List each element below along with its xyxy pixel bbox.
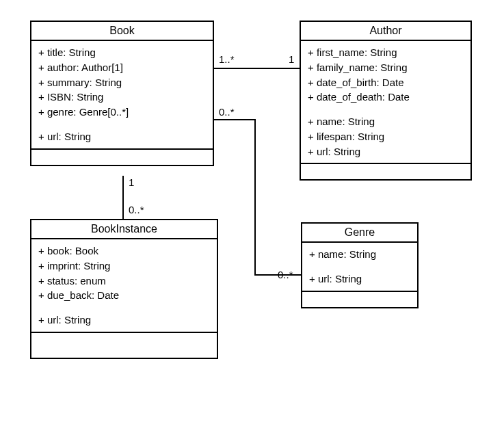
multiplicity-book-author-left: 1..* — [219, 53, 235, 65]
attr: + first_name: String — [308, 45, 464, 60]
attr: + status: enum — [38, 274, 210, 289]
uml-diagram: Book + title: String + author: Author[1]… — [0, 0, 504, 424]
class-bookinstance-attributes: + book: Book + imprint: String + status:… — [31, 239, 217, 333]
attr: + family_name: String — [308, 60, 464, 75]
multiplicity-book-bookinstance-bottom: 0..* — [129, 204, 144, 215]
class-book: Book + title: String + author: Author[1]… — [30, 21, 214, 166]
class-book-attributes: + title: String + author: Author[1] + su… — [31, 41, 213, 150]
attr: + date_of_birth: Date — [308, 75, 464, 90]
class-bookinstance-title: BookInstance — [31, 220, 217, 239]
attr: + date_of_death: Date — [308, 90, 464, 105]
attr: + url: String — [38, 129, 206, 144]
attr: + imprint: String — [38, 259, 210, 274]
multiplicity-book-bookinstance-top: 1 — [129, 176, 134, 188]
class-genre: Genre + name: String + url: String — [301, 222, 419, 308]
class-author: Author + first_name: String + family_nam… — [300, 21, 472, 181]
class-genre-attributes: + name: String + url: String — [302, 243, 417, 292]
multiplicity-book-author-right: 1 — [289, 53, 294, 65]
attr: + author: Author[1] — [38, 60, 206, 75]
multiplicity-book-genre-bottom: 0..* — [278, 269, 293, 280]
attr: + summary: String — [38, 75, 206, 90]
multiplicity-book-genre-top: 0..* — [219, 106, 235, 118]
attr: + ISBN: String — [38, 90, 206, 105]
attr: + url: String — [38, 313, 210, 328]
class-author-operations — [301, 164, 470, 179]
class-bookinstance: BookInstance + book: Book + imprint: Str… — [30, 219, 218, 359]
class-book-title: Book — [31, 22, 213, 41]
attr: + url: String — [308, 144, 464, 159]
attr: + name: String — [308, 114, 464, 129]
class-bookinstance-operations — [31, 333, 217, 358]
class-author-title: Author — [301, 22, 470, 41]
attr: + url: String — [309, 271, 410, 287]
class-genre-operations — [302, 292, 417, 307]
attr: + genre: Genre[0..*] — [38, 105, 206, 120]
attr: + due_back: Date — [38, 288, 210, 303]
attr: + name: String — [309, 247, 410, 262]
attr: + lifespan: String — [308, 129, 464, 144]
class-genre-title: Genre — [302, 224, 417, 243]
class-book-operations — [31, 150, 213, 165]
class-author-attributes: + first_name: String + family_name: Stri… — [301, 41, 470, 164]
attr: + book: Book — [38, 243, 210, 259]
attr: + title: String — [38, 45, 206, 60]
